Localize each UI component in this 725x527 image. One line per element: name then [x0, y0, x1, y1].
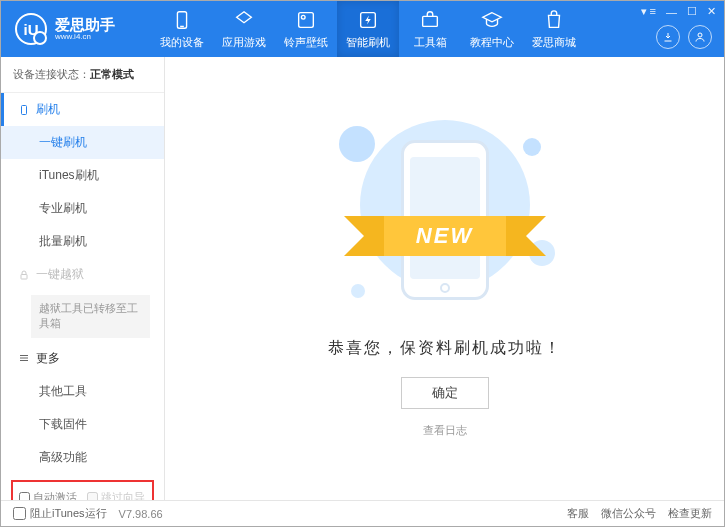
sidebar-item-batch[interactable]: 批量刷机	[1, 225, 164, 258]
mall-icon	[543, 9, 565, 31]
apps-icon	[233, 9, 255, 31]
more-icon	[18, 352, 30, 364]
sidebar-item-oneclick[interactable]: 一键刷机	[1, 126, 164, 159]
device-icon	[171, 9, 193, 31]
nav-mall[interactable]: 爱思商城	[523, 1, 585, 57]
nav-tutorial[interactable]: 教程中心	[461, 1, 523, 57]
group-flash[interactable]: 刷机	[1, 93, 164, 126]
footer-update[interactable]: 检查更新	[668, 506, 712, 521]
group-more[interactable]: 更多	[1, 342, 164, 375]
new-ribbon: NEW	[345, 212, 545, 260]
success-message: 恭喜您，保资料刷机成功啦！	[328, 338, 562, 359]
sidebar-item-pro[interactable]: 专业刷机	[1, 192, 164, 225]
main-content: NEW 恭喜您，保资料刷机成功啦！ 确定 查看日志	[165, 57, 724, 500]
brand: iU 爱思助手 www.i4.cn	[1, 13, 151, 45]
block-itunes-check[interactable]: 阻止iTunes运行	[13, 506, 107, 521]
download-button[interactable]	[656, 25, 680, 49]
logo-icon: iU	[15, 13, 47, 45]
sidebar: 设备连接状态：正常模式 刷机 一键刷机 iTunes刷机 专业刷机 批量刷机 一…	[1, 57, 165, 500]
svg-rect-7	[22, 105, 27, 114]
nav-smart-flash[interactable]: 智能刷机	[337, 1, 399, 57]
brand-url: www.i4.cn	[55, 32, 115, 41]
ok-button[interactable]: 确定	[401, 377, 489, 409]
nav-label: 应用游戏	[222, 35, 266, 50]
lock-icon	[18, 269, 30, 281]
svg-rect-2	[299, 12, 314, 27]
nav-label: 教程中心	[470, 35, 514, 50]
option-checks: 自动激活 跳过向导	[11, 480, 154, 500]
user-button[interactable]	[688, 25, 712, 49]
tutorial-icon	[481, 9, 503, 31]
nav-ringtone[interactable]: 铃声壁纸	[275, 1, 337, 57]
footer-wechat[interactable]: 微信公众号	[601, 506, 656, 521]
nav-label: 爱思商城	[532, 35, 576, 50]
wallpaper-icon	[295, 9, 317, 31]
menu-icon[interactable]: ▾ ≡	[641, 5, 656, 18]
nav-label: 我的设备	[160, 35, 204, 50]
connection-status: 设备连接状态：正常模式	[1, 57, 164, 93]
group-jailbreak: 一键越狱	[1, 258, 164, 291]
nav-apps[interactable]: 应用游戏	[213, 1, 275, 57]
success-illustration: NEW	[335, 120, 555, 320]
close-icon[interactable]: ✕	[707, 5, 716, 18]
nav-my-device[interactable]: 我的设备	[151, 1, 213, 57]
footer: 阻止iTunes运行 V7.98.66 客服 微信公众号 检查更新	[1, 500, 724, 526]
flash-icon	[357, 9, 379, 31]
svg-point-3	[301, 15, 305, 19]
minimize-icon[interactable]: —	[666, 6, 677, 18]
maximize-icon[interactable]: ☐	[687, 5, 697, 18]
view-log-link[interactable]: 查看日志	[423, 423, 467, 438]
nav-label: 工具箱	[414, 35, 447, 50]
window-controls: ▾ ≡ — ☐ ✕	[641, 5, 716, 18]
sidebar-item-other[interactable]: 其他工具	[1, 375, 164, 408]
svg-rect-8	[21, 274, 27, 279]
nav-toolbox[interactable]: 工具箱	[399, 1, 461, 57]
titlebar: iU 爱思助手 www.i4.cn 我的设备 应用游戏 铃声壁纸 智能刷机	[1, 1, 724, 57]
check-auto-activate[interactable]: 自动激活	[19, 490, 77, 500]
svg-point-6	[698, 33, 702, 37]
phone-icon	[18, 104, 30, 116]
toolbox-icon	[419, 9, 441, 31]
header-actions	[656, 25, 712, 49]
sidebar-item-advanced[interactable]: 高级功能	[1, 441, 164, 474]
sidebar-item-firmware[interactable]: 下载固件	[1, 408, 164, 441]
sidebar-item-itunes[interactable]: iTunes刷机	[1, 159, 164, 192]
svg-rect-5	[423, 16, 438, 26]
top-nav: 我的设备 应用游戏 铃声壁纸 智能刷机 工具箱 教程中心	[151, 1, 724, 57]
brand-name: 爱思助手	[55, 17, 115, 32]
nav-label: 智能刷机	[346, 35, 390, 50]
check-skip-guide[interactable]: 跳过向导	[87, 490, 145, 500]
nav-label: 铃声壁纸	[284, 35, 328, 50]
version-label: V7.98.66	[119, 508, 163, 520]
footer-support[interactable]: 客服	[567, 506, 589, 521]
jailbreak-note: 越狱工具已转移至工具箱	[31, 295, 150, 338]
